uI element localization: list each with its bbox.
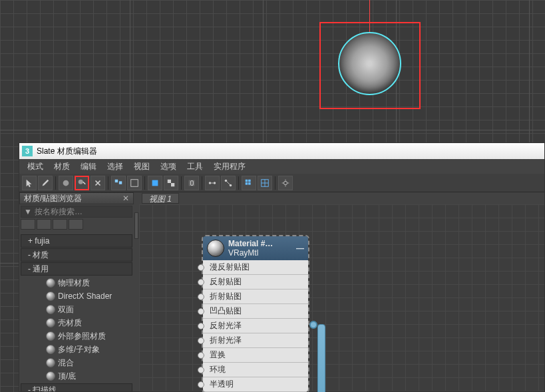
search-placeholder: 按名称搜索… [35, 206, 83, 218]
toolbar-separator [275, 176, 275, 190]
scene-tab[interactable] [37, 219, 51, 230]
slot-diffuse[interactable]: 漫反射贴图 [203, 260, 308, 275]
toolbar-separator [55, 176, 56, 190]
input-port[interactable] [198, 279, 204, 286]
svg-rect-15 [248, 179, 251, 182]
menu-utilities[interactable]: 实用程序 [208, 161, 251, 172]
view-tab[interactable]: 视图 1 [142, 193, 179, 204]
connect-b-icon[interactable] [221, 176, 236, 190]
svg-rect-4 [131, 179, 138, 186]
arrow-icon[interactable] [22, 176, 37, 190]
tree-scene-entry[interactable]: + fujia [21, 234, 132, 248]
app-icon: 3 [22, 146, 33, 156]
input-port[interactable] [198, 367, 204, 373]
eyedropper-icon[interactable] [38, 176, 53, 190]
menu-material[interactable]: 材质 [49, 161, 75, 172]
node-title: Material #… [228, 239, 296, 248]
input-port[interactable] [198, 352, 204, 359]
sidebar-resizer[interactable] [134, 192, 139, 391]
scene-tab-strip [19, 219, 134, 231]
input-port[interactable] [198, 323, 204, 329]
material-node[interactable]: Material #… VRayMtl — 漫反射贴图 反射贴图 折射贴图 凹凸… [202, 235, 309, 392]
svg-rect-7 [171, 183, 174, 186]
tree-item-twosided[interactable]: 双面 [19, 303, 134, 316]
sphere-object[interactable] [338, 32, 401, 95]
input-port[interactable] [198, 264, 204, 271]
menu-view[interactable]: 视图 [128, 161, 155, 172]
tree-item-blend[interactable]: 混合 [19, 356, 134, 369]
input-port[interactable] [198, 308, 204, 315]
search-input[interactable]: ▼ 按名称搜索… [21, 206, 132, 218]
scene-tab[interactable] [69, 219, 83, 230]
connect-a-icon[interactable] [205, 176, 220, 190]
slot-reflect[interactable]: 反射贴图 [203, 275, 308, 290]
tree-item-directx[interactable]: DirectX Shader [19, 290, 134, 303]
input-port[interactable] [198, 294, 204, 300]
window-icon[interactable] [127, 176, 142, 190]
material-preview-icon [207, 240, 224, 257]
tree-item-physical[interactable]: 物理材质 [19, 276, 134, 290]
background-icon[interactable]: 0 [184, 176, 199, 190]
slot-bump[interactable]: 凹凸贴图 [203, 304, 308, 319]
svg-rect-6 [168, 179, 171, 182]
settings-icon[interactable] [278, 176, 293, 190]
slate-material-editor-window: 3 Slate 材质编辑器 模式 材质 编辑 选择 视图 选项 工具 实用程序 … [19, 142, 545, 392]
node-output-segment[interactable] [317, 324, 325, 392]
slot-refract-gloss[interactable]: 折射光泽 [203, 333, 308, 348]
tree-item-xref[interactable]: 外部参照材质 [19, 329, 134, 343]
assign-material-icon[interactable] [59, 176, 73, 190]
toolbar-separator [202, 176, 202, 190]
layout-icon[interactable] [111, 176, 126, 190]
window-titlebar[interactable]: 3 Slate 材质编辑器 [19, 143, 544, 159]
checker-icon[interactable] [164, 176, 178, 190]
svg-point-19 [283, 181, 287, 184]
tree-item-topbottom[interactable]: 顶/底 [19, 369, 134, 383]
move-to-view-icon[interactable] [148, 176, 162, 190]
material-browser-sidebar: 材质/贴图浏览器 ✕ ▼ 按名称搜索… + fujia - 材质 - 通用 物理… [19, 192, 134, 391]
sidebar-title-bar[interactable]: 材质/贴图浏览器 ✕ [19, 192, 134, 204]
material-sphere-icon [46, 305, 55, 314]
pick-material-icon[interactable] [75, 176, 89, 190]
toolbar: 0 [19, 174, 544, 192]
svg-rect-5 [152, 180, 158, 186]
delete-icon[interactable] [91, 176, 105, 190]
output-port[interactable] [309, 321, 317, 329]
tree-group-material[interactable]: - 材质 [21, 248, 132, 262]
material-sphere-icon [46, 318, 55, 327]
menu-tools[interactable]: 工具 [182, 161, 208, 172]
tree-item-multi[interactable]: 多维/子对象 [19, 343, 134, 356]
scene-tab[interactable] [21, 219, 35, 230]
material-sphere-icon [46, 358, 55, 367]
svg-rect-17 [248, 182, 251, 185]
tree-group-scanline[interactable]: - 扫描线 [21, 383, 132, 391]
tree-item-shell[interactable]: 壳材质 [19, 316, 134, 329]
close-icon[interactable]: ✕ [122, 194, 129, 203]
collapse-icon[interactable]: — [296, 244, 304, 253]
dropdown-icon[interactable]: ▼ [24, 207, 32, 216]
menu-mode[interactable]: 模式 [22, 161, 49, 172]
material-sphere-icon [46, 371, 55, 381]
menu-bar: 模式 材质 编辑 选择 视图 选项 工具 实用程序 [19, 159, 544, 174]
material-tree: + fujia - 材质 - 通用 物理材质 DirectX Shader 双面… [19, 231, 134, 391]
scene-tab[interactable] [53, 219, 67, 230]
grid-a-icon[interactable] [242, 176, 256, 190]
grid-b-icon[interactable] [258, 176, 272, 190]
node-header[interactable]: Material #… VRayMtl — [203, 236, 308, 260]
svg-point-11 [214, 182, 216, 184]
toolbar-separator [238, 176, 239, 190]
menu-options[interactable]: 选项 [155, 161, 182, 172]
svg-point-10 [209, 182, 212, 184]
menu-select[interactable]: 选择 [102, 161, 128, 172]
input-port[interactable] [198, 337, 204, 344]
slot-displace[interactable]: 置换 [203, 348, 308, 363]
menu-edit[interactable]: 编辑 [75, 161, 102, 172]
slot-translucent[interactable]: 半透明 [203, 377, 308, 392]
slot-environment[interactable]: 环境 [203, 363, 308, 377]
tree-group-general[interactable]: - 通用 [21, 262, 132, 276]
slot-reflect-gloss[interactable]: 反射光泽 [203, 319, 308, 333]
node-view-panel: 视图 1 Material #… VRayMtl — 漫反射贴图 反射贴图 折射… [139, 192, 544, 391]
svg-point-1 [79, 179, 83, 184]
input-port[interactable] [198, 381, 204, 388]
node-canvas[interactable]: Material #… VRayMtl — 漫反射贴图 反射贴图 折射贴图 凹凸… [139, 204, 544, 391]
slot-refract[interactable]: 折射贴图 [203, 290, 308, 304]
